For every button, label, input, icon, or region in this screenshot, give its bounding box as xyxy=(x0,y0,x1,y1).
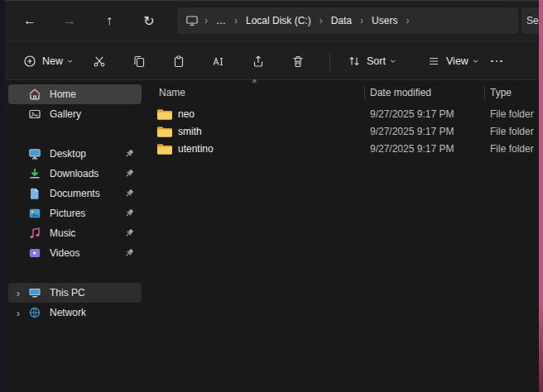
sidebar-item-label: Music xyxy=(50,227,123,239)
desktop-edge-right xyxy=(539,0,543,392)
breadcrumb-chevron-icon: › xyxy=(318,11,324,31)
toolbar-separator xyxy=(329,52,330,70)
trash-icon xyxy=(291,55,305,68)
sort-button[interactable]: Sort › xyxy=(339,48,403,74)
up-icon: ↑ xyxy=(106,13,113,28)
search-text: Se xyxy=(526,15,539,26)
column-divider[interactable] xyxy=(364,86,365,100)
column-headers: Name Date modified Type xyxy=(145,85,539,102)
explorer-body: Home Gallery xyxy=(5,80,539,392)
file-type: File folder xyxy=(490,126,534,137)
chevron-down-icon: › xyxy=(471,60,481,63)
file-name: utentino xyxy=(178,143,214,155)
home-icon xyxy=(28,88,41,101)
expand-chevron-icon[interactable]: › xyxy=(8,307,28,319)
new-button[interactable]: New › xyxy=(15,48,80,74)
scissors-icon xyxy=(93,55,106,68)
column-header-name[interactable]: Name xyxy=(159,87,185,98)
more-options-button[interactable] xyxy=(483,48,510,74)
expand-chevron-icon[interactable]: › xyxy=(8,287,28,299)
file-date-modified: 9/27/2025 9:17 PM xyxy=(370,143,454,155)
pin-icon xyxy=(123,168,135,179)
sidebar-item-documents[interactable]: Documents xyxy=(8,184,142,203)
file-name: neo xyxy=(178,108,195,120)
back-button[interactable]: ← xyxy=(17,7,43,34)
chevron-down-icon: › xyxy=(65,60,75,63)
view-button-label: View xyxy=(446,55,469,67)
file-row-utentino[interactable]: utentino 9/27/2025 9:17 PM File folder xyxy=(145,141,536,158)
videos-icon xyxy=(28,246,41,260)
column-divider[interactable] xyxy=(484,86,485,100)
copy-button[interactable] xyxy=(124,48,154,74)
breadcrumb-chevron-icon: › xyxy=(358,11,365,31)
column-header-date-modified[interactable]: Date modified xyxy=(370,87,431,98)
pin-icon xyxy=(123,148,135,160)
file-row-smith[interactable]: smith 9/27/2025 9:17 PM File folder xyxy=(145,123,536,141)
sidebar-item-videos[interactable]: Videos xyxy=(8,243,142,263)
sidebar-item-label: Desktop xyxy=(50,148,123,160)
sidebar-item-downloads[interactable]: Downloads xyxy=(8,164,142,184)
more-options-icon xyxy=(491,60,493,63)
documents-icon xyxy=(28,187,41,200)
plus-circle-icon xyxy=(23,55,36,68)
sidebar-item-label: Pictures xyxy=(50,208,123,219)
sidebar-item-music[interactable]: Music xyxy=(8,223,142,243)
sort-arrows-icon xyxy=(348,55,361,68)
command-toolbar: New › xyxy=(5,41,539,80)
sidebar-item-pictures[interactable]: Pictures xyxy=(8,203,142,223)
back-icon: ← xyxy=(23,13,36,28)
delete-button[interactable] xyxy=(283,48,313,74)
clipboard-icon xyxy=(172,55,185,68)
forward-button[interactable]: → xyxy=(56,7,83,34)
breadcrumb-chevron-icon: › xyxy=(404,11,411,31)
file-type: File folder xyxy=(490,143,534,155)
sort-button-label: Sort xyxy=(367,55,386,67)
share-button[interactable] xyxy=(243,48,273,74)
sidebar-item-label: Documents xyxy=(50,188,123,199)
sidebar-item-gallery[interactable]: Gallery xyxy=(8,104,142,124)
breadcrumb-chevron-icon: › xyxy=(203,11,209,31)
new-button-label: New xyxy=(42,55,63,67)
file-explorer-window: ← → ↑ ↻ › … › Local Disk (C:) xyxy=(0,0,543,392)
share-icon xyxy=(252,55,265,68)
column-header-type[interactable]: Type xyxy=(490,87,512,98)
sidebar-item-desktop[interactable]: Desktop xyxy=(8,144,142,164)
file-row-neo[interactable]: neo 9/27/2025 9:17 PM File folder xyxy=(145,106,536,123)
sidebar-item-home[interactable]: Home xyxy=(8,84,142,104)
sidebar-item-this-pc[interactable]: › This PC xyxy=(8,283,142,303)
downloads-icon xyxy=(28,167,41,180)
navigation-pane: Home Gallery xyxy=(5,80,145,392)
desktop-edge-left xyxy=(0,0,5,392)
this-pc-icon xyxy=(28,286,41,299)
sidebar-item-network[interactable]: › Network xyxy=(8,303,142,323)
explorer-frame: ← → ↑ ↻ › … › Local Disk (C:) xyxy=(5,0,539,392)
rename-icon xyxy=(212,55,225,68)
breadcrumb-item-local-disk-c[interactable]: Local Disk (C:) xyxy=(240,11,317,31)
pictures-icon xyxy=(28,207,41,220)
rename-button[interactable] xyxy=(204,48,233,74)
more-options-icon xyxy=(500,60,502,63)
up-button[interactable]: ↑ xyxy=(96,7,123,34)
search-box[interactable]: Se xyxy=(521,7,539,34)
breadcrumb-item-data[interactable]: Data xyxy=(325,11,358,31)
refresh-button[interactable]: ↻ xyxy=(136,7,162,34)
this-pc-icon xyxy=(185,14,199,27)
network-icon xyxy=(28,306,41,319)
breadcrumb-chevron-icon: › xyxy=(233,11,239,31)
folder-icon xyxy=(156,126,172,138)
view-list-icon xyxy=(427,55,440,68)
paste-button[interactable] xyxy=(164,48,194,74)
file-list-pane: ^ Name Date modified Type neo xyxy=(145,80,539,392)
chevron-down-icon: › xyxy=(388,60,398,63)
gallery-icon xyxy=(28,108,41,121)
sidebar-item-label: Downloads xyxy=(50,168,123,179)
file-name: smith xyxy=(178,126,202,137)
more-options-icon xyxy=(496,60,498,63)
refresh-icon: ↻ xyxy=(143,13,154,29)
sidebar-item-label: Videos xyxy=(50,247,123,259)
breadcrumb-item-users[interactable]: Users xyxy=(366,11,403,31)
breadcrumb-overflow[interactable]: … xyxy=(210,11,232,31)
cut-button[interactable] xyxy=(84,48,114,74)
view-button[interactable]: View › xyxy=(419,48,486,74)
address-bar[interactable]: › … › Local Disk (C:) › Data › Users › xyxy=(177,7,518,34)
